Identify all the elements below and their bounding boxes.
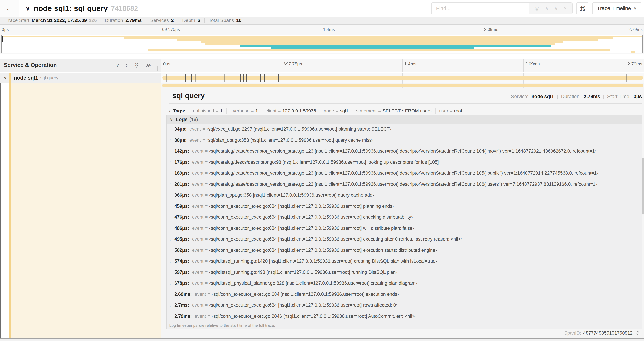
page-title: node sql1: sql query bbox=[34, 4, 108, 13]
log-marker[interactable] bbox=[244, 74, 244, 82]
log-marker[interactable] bbox=[245, 74, 245, 82]
collapse-trace-icon[interactable]: ∨ bbox=[26, 5, 30, 12]
log-row[interactable]: › 142μs: event = ‹sql/catalog/lease/desc… bbox=[166, 146, 642, 157]
log-marker[interactable] bbox=[260, 74, 261, 82]
minimap-drag-handle[interactable] bbox=[2, 36, 2, 43]
collapse-all-icon[interactable]: ≫ bbox=[134, 62, 140, 68]
minimap-span-bar bbox=[631, 51, 635, 53]
collapse-one-icon[interactable]: ∨ bbox=[116, 62, 120, 68]
expand-log-icon[interactable]: › bbox=[170, 171, 171, 176]
log-row[interactable]: › 495μs: event = ‹sql/conn_executor_exec… bbox=[166, 234, 642, 245]
column-resizer-grip[interactable] bbox=[157, 66, 159, 71]
prev-match-icon[interactable]: ∧ bbox=[545, 5, 548, 12]
expand-log-icon[interactable]: › bbox=[170, 203, 171, 209]
log-marker[interactable] bbox=[264, 74, 265, 82]
expand-log-icon[interactable]: › bbox=[170, 258, 171, 264]
keyboard-shortcuts-button[interactable]: ⌘ bbox=[576, 2, 588, 14]
log-marker[interactable] bbox=[246, 74, 247, 82]
spanid-value: 4877749850101760812 bbox=[583, 330, 632, 336]
tag-item: client = 127.0.0.1:59936 bbox=[262, 108, 320, 114]
minimap-canvas[interactable] bbox=[2, 35, 642, 53]
logs-note: Log timestamps are relative to the start… bbox=[166, 322, 642, 329]
back-button[interactable]: ← bbox=[0, 0, 20, 17]
log-marker[interactable] bbox=[248, 74, 248, 82]
log-row[interactable]: › 476μs: event = ‹sql/conn_executor_exec… bbox=[166, 212, 642, 223]
log-row[interactable]: › 486μs: event = ‹sql/conn_executor_exec… bbox=[166, 223, 642, 234]
log-marker[interactable] bbox=[166, 74, 167, 82]
minimap-span-bar bbox=[272, 47, 474, 49]
trace-title-wrap[interactable]: ∨ node sql1: sql query 7418682 bbox=[26, 4, 138, 13]
expand-log-icon[interactable]: › bbox=[170, 181, 171, 187]
log-row[interactable]: › 176μs: event = ‹sql/catalog/descs/desc… bbox=[166, 157, 642, 168]
clear-search-icon[interactable]: × bbox=[564, 5, 566, 11]
log-row[interactable]: › 2.7ms: event = ‹sql/conn_executor_exec… bbox=[166, 300, 642, 311]
log-marker[interactable] bbox=[186, 74, 186, 82]
expand-log-icon[interactable]: › bbox=[170, 247, 171, 253]
expand-log-icon[interactable]: › bbox=[170, 225, 171, 231]
detail-span-bar[interactable] bbox=[162, 84, 643, 87]
log-row[interactable]: › 574μs: event = ‹sql/distsql_running.go… bbox=[166, 256, 642, 267]
expand-log-icon[interactable]: › bbox=[170, 269, 171, 275]
expand-log-icon[interactable]: › bbox=[170, 159, 171, 165]
log-row[interactable]: › 366μs: event = ‹sql/plan_opt.go:358 [n… bbox=[166, 190, 642, 201]
log-field-value: ‹sql/conn_executor_exec.go:2046 [nsql1,c… bbox=[212, 314, 416, 319]
detail-name-column[interactable] bbox=[9, 83, 161, 338]
span-bar-cell[interactable] bbox=[161, 73, 644, 83]
span-row[interactable]: ∨ node sql1 sql query bbox=[0, 73, 644, 83]
span-name-cell[interactable]: ∨ node sql1 sql query bbox=[0, 73, 161, 83]
expand-log-icon[interactable]: › bbox=[170, 236, 171, 242]
expand-log-icon[interactable]: › bbox=[170, 149, 171, 154]
expand-all-icon[interactable]: ≫ bbox=[146, 62, 151, 68]
expand-log-icon[interactable]: › bbox=[170, 302, 171, 308]
expand-log-icon[interactable]: › bbox=[170, 313, 171, 319]
deep-link-icon[interactable] bbox=[635, 330, 640, 336]
scrollbar-thumb[interactable] bbox=[642, 157, 644, 214]
log-marker[interactable] bbox=[175, 74, 175, 82]
view-selector-button[interactable]: Trace Timeline ∨ bbox=[592, 2, 641, 14]
log-row[interactable]: › 459μs: event = ‹sql/conn_executor_exec… bbox=[166, 201, 642, 212]
log-field-value: ‹sql/plan_opt.go:358 [nsql1,client=127.0… bbox=[209, 192, 374, 198]
expand-log-icon[interactable]: › bbox=[170, 137, 171, 143]
log-row[interactable]: › 80μs: event = ‹sql/plan_opt.go:358 [ns… bbox=[166, 135, 642, 146]
expand-log-icon[interactable]: › bbox=[170, 280, 171, 286]
log-row[interactable]: › 597μs: event = ‹sql/distsql_running.go… bbox=[166, 267, 642, 278]
log-row[interactable]: › 189μs: event = ‹sql/catalog/lease/desc… bbox=[166, 168, 642, 179]
log-marker[interactable] bbox=[191, 74, 192, 82]
expand-tags-icon[interactable]: › bbox=[168, 108, 170, 114]
log-row[interactable]: › 678μs: event = ‹sql/distsql_physical_p… bbox=[166, 278, 642, 289]
expand-log-icon[interactable]: › bbox=[170, 291, 171, 297]
log-marker[interactable] bbox=[240, 74, 241, 82]
span-duration-bar[interactable] bbox=[162, 76, 643, 80]
log-marker[interactable] bbox=[629, 74, 629, 82]
log-field-value: ‹sql/catalog/descs/descriptor.go:98 [nsq… bbox=[209, 160, 440, 165]
expand-one-icon[interactable]: › bbox=[126, 62, 128, 68]
tags-row[interactable]: › Tags: _unfinished = 1 _verbose = 1 bbox=[168, 107, 642, 115]
find-input[interactable] bbox=[432, 3, 529, 14]
log-marker[interactable] bbox=[194, 74, 194, 82]
expand-log-icon[interactable]: › bbox=[170, 127, 171, 132]
log-field-key: event bbox=[190, 127, 201, 132]
log-row[interactable]: › 2.69ms: event = ‹sql/conn_executor_exe… bbox=[166, 289, 642, 300]
log-marker[interactable] bbox=[643, 74, 643, 82]
expand-log-icon[interactable]: › bbox=[170, 192, 171, 198]
log-marker[interactable] bbox=[224, 74, 224, 82]
collapse-span-icon[interactable]: ∨ bbox=[4, 75, 7, 80]
log-marker[interactable] bbox=[278, 74, 278, 82]
log-timestamp: 597μs: bbox=[174, 270, 189, 275]
collapse-logs-icon[interactable]: ∨ bbox=[170, 117, 173, 122]
locate-icon[interactable]: ◎ bbox=[535, 5, 539, 12]
log-row[interactable]: › 502μs: event = ‹sql/conn_executor_exec… bbox=[166, 245, 642, 256]
log-row[interactable]: › 2.79ms: event = ‹sql/conn_executor_exe… bbox=[166, 311, 642, 322]
next-match-icon[interactable]: ∨ bbox=[554, 5, 558, 12]
logs-header[interactable]: ∨ Logs (18) bbox=[166, 115, 642, 124]
tag-value: sql1 bbox=[340, 108, 349, 114]
log-row[interactable]: › 201μs: event = ‹sql/catalog/lease/desc… bbox=[166, 179, 642, 190]
log-row[interactable]: › 34μs: event = ‹sql/exec_util.go:2297 [… bbox=[166, 124, 642, 135]
log-marker[interactable] bbox=[626, 74, 627, 82]
expand-log-icon[interactable]: › bbox=[170, 214, 171, 220]
log-field-key: event bbox=[192, 258, 204, 264]
detail-bar-strip bbox=[161, 83, 644, 88]
log-field-key: event bbox=[190, 138, 201, 143]
minimap-tick: 1.4ms bbox=[323, 27, 335, 32]
log-marker[interactable] bbox=[196, 74, 196, 82]
